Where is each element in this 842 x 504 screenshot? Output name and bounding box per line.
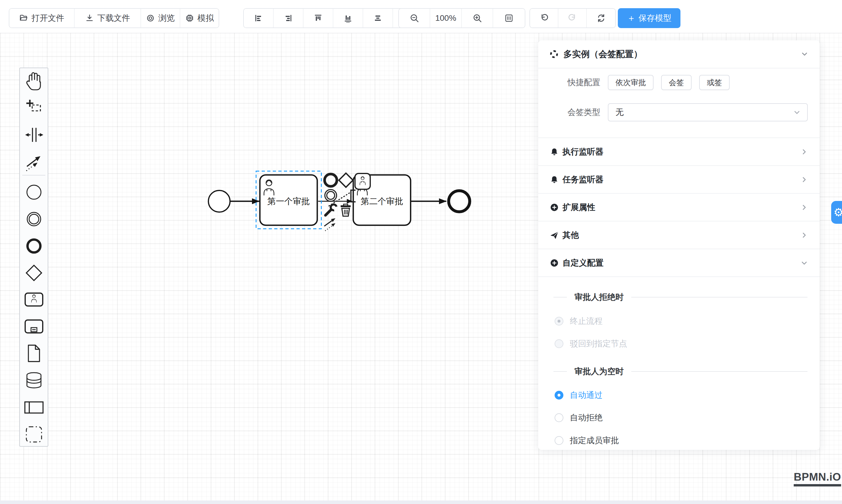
align-right-button[interactable] (274, 9, 303, 28)
chevron-right-icon (801, 231, 808, 239)
toolbar: 打开文件 下载文件 浏览 模拟 (0, 0, 842, 33)
align-button-group (243, 8, 423, 28)
send-icon (550, 231, 559, 239)
radio-icon (555, 317, 563, 326)
radio-label: 驳回到指定节点 (570, 338, 627, 349)
sign-type-row: 会签类型 无 (538, 103, 820, 121)
section-other[interactable]: 其他 (538, 221, 820, 249)
history-button-group (529, 8, 616, 28)
create-data-object-icon[interactable] (20, 343, 48, 364)
zoom-in-icon (473, 14, 482, 23)
create-end-event-icon[interactable] (20, 235, 48, 256)
create-intermediate-event-icon[interactable] (20, 209, 48, 230)
reset-button[interactable] (587, 9, 615, 28)
panel-header[interactable]: 多实例（会签配置） (538, 40, 820, 69)
zoom-level[interactable]: 100% (430, 9, 462, 28)
bpmn-io-logo: BPMN.iO (794, 471, 841, 486)
plus-circle-icon (550, 258, 559, 267)
preview-icon (146, 14, 155, 22)
section-label: 扩展属性 (562, 202, 595, 213)
align-center-horizontal-icon (373, 14, 382, 22)
empty-approver-divider: 审批人为空时 (538, 364, 820, 379)
reject-divider: 审批人拒绝时 (538, 290, 820, 304)
create-subprocess-icon[interactable] (20, 316, 48, 337)
align-left-button[interactable] (244, 9, 274, 28)
quick-option-orsign[interactable]: 或签 (699, 75, 730, 90)
radio-terminate-process[interactable]: 终止流程 (538, 314, 820, 328)
download-file-label: 下载文件 (98, 13, 130, 24)
create-user-task-icon[interactable] (20, 289, 48, 310)
align-right-icon (284, 14, 293, 22)
chevron-down-icon (793, 109, 801, 116)
sign-type-select[interactable]: 无 (608, 103, 808, 121)
redo-button[interactable] (558, 9, 587, 28)
section-custom-config[interactable]: 自定义配置 (538, 249, 820, 277)
fit-viewport-button[interactable] (493, 9, 525, 28)
create-start-event-icon[interactable] (20, 182, 48, 203)
reject-title: 审批人拒绝时 (575, 292, 624, 303)
section-task-listener[interactable]: 任务监听器 (538, 166, 820, 194)
create-gateway-icon[interactable] (20, 263, 48, 284)
section-label: 自定义配置 (562, 257, 603, 269)
zoom-in-button[interactable] (462, 9, 493, 28)
chevron-right-icon (801, 148, 808, 156)
quick-option-sequential[interactable]: 依次审批 (608, 75, 653, 90)
sign-type-value: 无 (615, 107, 624, 118)
chevron-right-icon (801, 176, 808, 183)
chevron-down-icon[interactable] (801, 50, 809, 58)
save-model-label: 保存模型 (638, 13, 671, 24)
create-data-store-icon[interactable] (20, 370, 48, 391)
horizontal-scrollbar[interactable] (0, 501, 842, 504)
simulate-button[interactable]: 模拟 (180, 9, 218, 28)
align-center-horizontal-button[interactable] (363, 9, 393, 28)
radio-auto-pass[interactable]: 自动通过 (538, 388, 820, 402)
zoom-level-value: 100% (435, 14, 456, 23)
section-execution-listener[interactable]: 执行监听器 (538, 138, 820, 166)
align-top-icon (314, 14, 322, 22)
radio-return-to-node[interactable]: 驳回到指定节点 (538, 337, 820, 351)
space-tool-icon[interactable] (20, 124, 48, 145)
zoom-out-icon (410, 14, 419, 23)
create-group-icon[interactable] (20, 424, 48, 445)
bell-icon (550, 175, 559, 184)
radio-icon (555, 339, 563, 348)
open-file-button[interactable]: 打开文件 (10, 9, 75, 28)
hand-tool-icon[interactable] (20, 70, 48, 91)
chevron-down-icon (801, 259, 808, 267)
radio-icon (555, 391, 563, 400)
global-connect-tool-icon[interactable] (20, 151, 48, 172)
download-icon (85, 14, 94, 22)
zoom-out-button[interactable] (399, 9, 430, 28)
align-bottom-icon (344, 14, 352, 22)
align-top-button[interactable] (303, 9, 333, 28)
quick-config-label: 快捷配置 (564, 77, 600, 88)
align-bottom-button[interactable] (333, 9, 363, 28)
section-label: 其他 (562, 230, 579, 241)
preview-button[interactable]: 浏览 (141, 9, 180, 28)
settings-tab[interactable]: ⚙ (831, 201, 842, 224)
section-extended-properties[interactable]: 扩展属性 (538, 194, 820, 221)
download-file-button[interactable]: 下载文件 (75, 9, 141, 28)
radio-label: 终止流程 (570, 316, 602, 327)
quick-option-countersign[interactable]: 会签 (661, 75, 691, 90)
save-model-button[interactable]: ＋ 保存模型 (618, 8, 681, 28)
radio-assign-member[interactable]: 指定成员审批 (538, 433, 820, 448)
folder-open-icon (19, 14, 28, 22)
lasso-tool-icon[interactable] (20, 97, 48, 119)
palette-separator (22, 175, 46, 176)
radio-label: 自动通过 (570, 390, 602, 401)
redo-icon (568, 14, 577, 23)
fit-viewport-icon (504, 14, 514, 23)
bell-icon (550, 147, 559, 156)
radio-label: 自动拒绝 (570, 412, 602, 423)
radio-label: 指定成员审批 (570, 435, 619, 446)
undo-icon (539, 14, 549, 23)
file-button-group: 打开文件 下载文件 浏览 模拟 (9, 8, 219, 28)
create-participant-icon[interactable] (20, 397, 48, 418)
radio-auto-reject[interactable]: 自动拒绝 (538, 411, 820, 425)
chevron-right-icon (801, 203, 808, 211)
radio-icon (555, 413, 563, 422)
undo-button[interactable] (530, 9, 558, 28)
align-left-icon (254, 14, 263, 22)
quick-config-row: 快捷配置 依次审批 会签 或签 (538, 75, 820, 90)
